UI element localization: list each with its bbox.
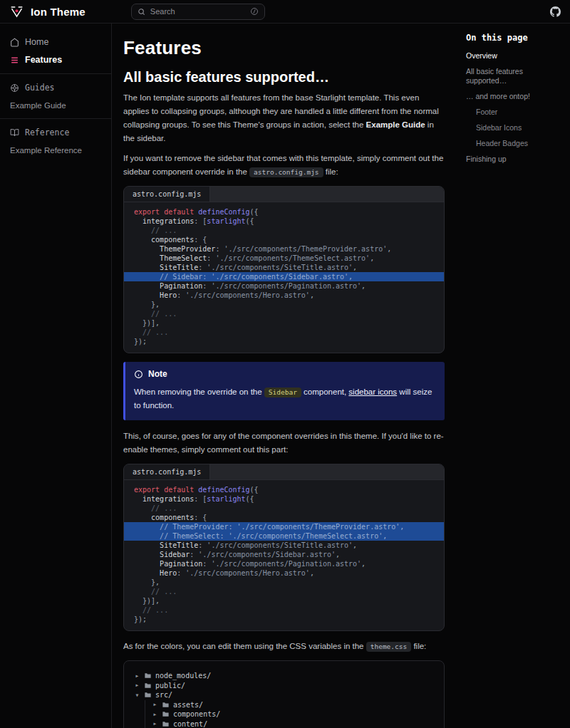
folder-name: content/: [173, 720, 207, 728]
toc-list: OverviewAll basic features supported…… a…: [466, 51, 563, 164]
toc-item[interactable]: Finishing up: [466, 155, 563, 164]
sidebar-item-home[interactable]: Home: [10, 37, 101, 47]
text: This, of course, goes for any of the com…: [123, 432, 444, 454]
toc-item[interactable]: Sidebar Icons: [466, 123, 563, 132]
toc-sidebar: On this page OverviewAll basic features …: [456, 24, 570, 728]
code-line: Sidebar: './src/components/Sidebar.astro…: [124, 550, 444, 559]
folder-icon: [144, 682, 152, 690]
folder-name: node_modules/: [155, 672, 211, 680]
inline-code: Sidebar: [264, 388, 301, 397]
compass-icon: [10, 83, 19, 93]
info-icon: [134, 370, 143, 379]
ion-logo-icon[interactable]: [9, 4, 24, 19]
sidebar-item-example-reference[interactable]: Example Reference: [10, 146, 101, 155]
code-line: },: [124, 578, 444, 587]
code-line: })],: [124, 318, 444, 328]
sidebar-item-features[interactable]: Features: [10, 55, 101, 65]
code-line-highlighted: // Sidebar: './src/components/Sidebar.as…: [124, 272, 444, 281]
github-icon[interactable]: [550, 6, 561, 17]
sidebar-divider: [0, 73, 111, 74]
inline-code: astro.config.mjs: [249, 167, 323, 177]
code-block-header: astro.config.mjs: [124, 187, 444, 202]
code-line: // ...: [124, 605, 444, 615]
search-icon: [138, 8, 145, 16]
home-icon: [10, 38, 19, 47]
file-tree: ▶node_modules/▶public/▼src/▶assets/▶comp…: [123, 660, 445, 728]
folder-icon: [162, 701, 170, 709]
chevron-right-icon: ▶: [152, 702, 158, 707]
toc-item[interactable]: Footer: [466, 108, 563, 117]
code-line: integrations: [starlight({: [124, 494, 444, 504]
list-icon: [10, 56, 19, 65]
sidebar-item-example-guide[interactable]: Example Guide: [10, 101, 101, 110]
paragraph: If you want to remove the sidebar that c…: [123, 152, 445, 179]
code-block-1: astro.config.mjs export default defineCo…: [123, 186, 445, 353]
code-block-header: astro.config.mjs: [124, 464, 444, 480]
code-line: // ...: [124, 587, 444, 596]
tree-folder[interactable]: ▼src/: [134, 690, 434, 700]
code-line: Hero: './src/components/Hero.astro',: [124, 568, 444, 578]
paragraph: The Ion template supports all features f…: [123, 91, 445, 145]
tree-folder[interactable]: ▶content/: [152, 719, 434, 728]
folder-name: components/: [173, 710, 220, 718]
code-line: SiteTitle: './src/components/SiteTitle.a…: [124, 541, 444, 550]
code-line: Pagination: './src/components/Pagination…: [124, 559, 444, 568]
folder-icon: [162, 720, 170, 728]
chevron-right-icon: ▶: [152, 721, 158, 727]
folder-name: public/: [155, 682, 185, 690]
code-line: // ...: [124, 504, 444, 513]
left-sidebar: Home Features Guides Example Guide Refer…: [0, 24, 112, 728]
chevron-down-icon: ▼: [134, 692, 140, 698]
code-line: components: {: [124, 513, 444, 522]
page-title: Features: [123, 37, 445, 59]
sidebar-group-reference[interactable]: Reference: [10, 128, 101, 137]
toc-item[interactable]: Header Badges: [466, 139, 563, 148]
code-line: Hero: './src/components/Hero.astro',: [124, 291, 444, 300]
toc-item[interactable]: Overview: [466, 51, 563, 61]
search-input[interactable]: Search: [131, 4, 265, 20]
code-line: export default defineConfig({: [124, 485, 444, 494]
code-line: Pagination: './src/components/Pagination…: [124, 281, 444, 291]
folder-icon: [162, 710, 170, 718]
folder-icon: [144, 672, 152, 680]
paragraph: This, of course, goes for any of the com…: [123, 430, 445, 457]
code-filename-tab: astro.config.mjs: [124, 187, 210, 202]
inline-link[interactable]: sidebar icons: [348, 388, 397, 396]
search-placeholder: Search: [150, 7, 245, 16]
tree-folder[interactable]: ▶components/: [152, 709, 434, 719]
code-line: // ...: [124, 309, 444, 318]
sidebar-group-guides[interactable]: Guides: [10, 83, 101, 93]
site-title[interactable]: Ion Theme: [31, 6, 86, 18]
inline-code: theme.css: [366, 642, 411, 652]
code-line: // ...: [124, 328, 444, 337]
text: file:: [411, 642, 426, 650]
text: When removing the override on the: [134, 388, 264, 396]
site-header: Ion Theme Search: [0, 0, 570, 24]
folder-name: assets/: [173, 701, 203, 709]
code-line: });: [124, 615, 444, 624]
bold-text: Example Guide: [366, 120, 425, 129]
code-body: export default defineConfig({ integratio…: [124, 202, 444, 353]
text: component,: [301, 388, 348, 396]
chevron-right-icon: ▶: [134, 682, 140, 688]
tree-folder[interactable]: ▶node_modules/: [134, 671, 434, 681]
toc-item[interactable]: … and more ontop!: [466, 92, 563, 101]
code-line: ThemeProvider: './src/components/ThemePr…: [124, 244, 444, 254]
tree-folder[interactable]: ▶assets/: [152, 700, 434, 710]
book-icon: [10, 128, 19, 137]
code-line: ThemeSelect: './src/components/ThemeSele…: [124, 254, 444, 263]
toc-item[interactable]: All basic features supported…: [466, 67, 563, 85]
sidebar-group-label: Reference: [25, 128, 69, 137]
folder-name: src/: [155, 691, 172, 699]
section-heading: All basic features supported…: [123, 69, 445, 85]
code-line: // ...: [124, 226, 444, 235]
sidebar-item-label: Features: [25, 55, 62, 65]
tree-folder[interactable]: ▶public/: [134, 681, 434, 691]
folder-icon: [144, 691, 152, 699]
code-block-2: astro.config.mjs export default defineCo…: [123, 464, 445, 631]
sidebar-divider: [0, 118, 111, 119]
text: As for the colors, you can edit them usi…: [123, 642, 366, 650]
main-content: Features All basic features supported… T…: [112, 24, 456, 728]
code-line-highlighted: // ThemeSelect: './src/components/ThemeS…: [124, 531, 444, 541]
code-line: export default defineConfig({: [124, 207, 444, 217]
